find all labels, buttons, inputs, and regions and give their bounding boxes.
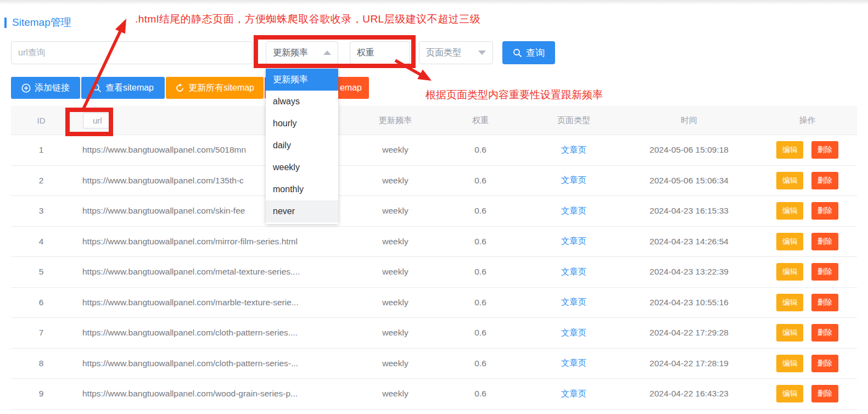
row-frequency: weekly: [357, 145, 434, 155]
delete-button[interactable]: 删除: [811, 324, 838, 342]
page-type-link[interactable]: 文章页: [561, 145, 587, 154]
row-time: 2024-05-06 15:09:18: [620, 145, 758, 155]
header-weight: 权重: [434, 115, 527, 126]
dropdown-item[interactable]: monthly: [266, 178, 338, 200]
edit-button[interactable]: 编辑: [776, 263, 803, 281]
row-weight: 0.6: [434, 359, 527, 368]
row-time: 2024-04-22 17:28:19: [620, 359, 758, 368]
table-row: 9 https://www.bangtuowallpanel.com/wood-…: [11, 379, 857, 410]
url-search-input[interactable]: url查询: [11, 41, 253, 64]
row-url: https://www.bangtuowallpanel.com/cloth-p…: [71, 328, 357, 338]
row-actions: 编辑 删除: [758, 172, 857, 189]
delete-button[interactable]: 删除: [811, 385, 838, 402]
add-link-button[interactable]: 添加链接: [11, 77, 80, 99]
page-type-link[interactable]: 文章页: [561, 358, 587, 367]
row-id: 2: [11, 176, 71, 186]
frequency-select-value: 更新频率: [273, 47, 308, 59]
row-actions: 编辑 删除: [758, 263, 857, 281]
search-icon: [513, 48, 522, 58]
edit-button[interactable]: 编辑: [776, 294, 803, 311]
dropdown-item[interactable]: hourly: [266, 113, 338, 135]
header-frequency: 更新频率: [357, 115, 434, 126]
title-accent-bar: [4, 18, 7, 28]
delete-button[interactable]: 删除: [811, 263, 838, 281]
frequency-select[interactable]: 更新频率: [266, 41, 338, 64]
row-actions: 编辑 删除: [758, 202, 857, 220]
page-type-select-value: 页面类型: [426, 47, 461, 59]
row-time: 2024-04-23 13:22:39: [620, 267, 758, 277]
dropdown-item[interactable]: always: [266, 91, 338, 113]
header-url-box: url: [83, 113, 112, 128]
delete-button[interactable]: 删除: [811, 172, 838, 189]
delete-button[interactable]: 删除: [811, 355, 838, 372]
delete-button[interactable]: 删除: [811, 141, 838, 159]
update-all-sitemap-button[interactable]: 更新所有sitemap: [166, 77, 264, 99]
row-page-type: 文章页: [527, 175, 620, 186]
edit-button[interactable]: 编辑: [776, 233, 803, 250]
header-page-type: 页面类型: [527, 115, 620, 126]
edit-button[interactable]: 编辑: [776, 385, 803, 402]
row-weight: 0.6: [434, 298, 527, 307]
covered-button-visible-label: emap: [340, 83, 362, 93]
dropdown-item[interactable]: never: [266, 200, 338, 222]
row-actions: 编辑 删除: [758, 324, 857, 342]
table-row: 6 https://www.bangtuowallpanel.com/marbl…: [11, 288, 857, 318]
row-url: https://www.bangtuowallpanel.com/marble-…: [71, 298, 357, 307]
weight-select[interactable]: 权重: [350, 41, 410, 64]
row-weight: 0.6: [434, 389, 527, 399]
row-weight: 0.6: [434, 328, 527, 338]
row-time: 2024-05-06 15:06:34: [620, 176, 758, 186]
table-row: 7 https://www.bangtuowallpanel.com/cloth…: [11, 318, 857, 349]
view-sitemap-button[interactable]: 查看sitemap: [81, 77, 165, 99]
page-type-link[interactable]: 文章页: [561, 328, 587, 337]
dropdown-item[interactable]: weekly: [266, 156, 338, 178]
page-type-link[interactable]: 文章页: [561, 267, 587, 276]
add-link-label: 添加链接: [35, 82, 70, 94]
search-button-label: 查询: [526, 47, 545, 59]
dropdown-item[interactable]: daily: [266, 135, 338, 156]
dropdown-item[interactable]: 更新频率: [266, 69, 338, 91]
search-button[interactable]: 查询: [502, 41, 555, 64]
table-body: 1 https://www.bangtuowallpanel.com/5018m…: [11, 135, 857, 410]
edit-button[interactable]: 编辑: [776, 141, 803, 159]
update-all-sitemap-label: 更新所有sitemap: [188, 82, 254, 94]
page-type-link[interactable]: 文章页: [561, 236, 587, 245]
row-actions: 编辑 删除: [758, 233, 857, 250]
row-frequency: weekly: [357, 298, 434, 307]
table-row: 3 https://www.bangtuowallpanel.com/skin-…: [11, 196, 857, 227]
row-url: https://www.bangtuowallpanel.com/cloth-p…: [71, 359, 357, 368]
row-page-type: 文章页: [527, 205, 620, 217]
header-time: 时间: [620, 115, 758, 126]
page-type-link[interactable]: 文章页: [561, 297, 587, 306]
delete-button[interactable]: 删除: [811, 233, 838, 250]
page-type-link[interactable]: 文章页: [561, 206, 587, 215]
frequency-dropdown: 更新频率alwayshourlydailyweeklymonthlynever: [266, 69, 338, 224]
table-row: 1 https://www.bangtuowallpanel.com/5018m…: [11, 135, 857, 166]
row-weight: 0.6: [434, 176, 527, 186]
row-page-type: 文章页: [527, 327, 620, 339]
edit-button[interactable]: 编辑: [776, 202, 803, 220]
sitemap-table: ID url 更新频率 权重 页面类型 时间 操作 1 https://www.…: [11, 106, 857, 410]
row-time: 2024-04-22 17:29:28: [620, 328, 758, 338]
top-shadow: [0, 0, 868, 4]
delete-button[interactable]: 删除: [811, 294, 838, 311]
row-actions: 编辑 删除: [758, 294, 857, 311]
row-url: https://www.bangtuowallpanel.com/mirror-…: [71, 237, 357, 247]
edit-button[interactable]: 编辑: [776, 172, 803, 189]
delete-button[interactable]: 删除: [811, 202, 838, 220]
plus-circle-icon: [21, 83, 31, 93]
page-type-link[interactable]: 文章页: [561, 389, 587, 398]
row-id: 1: [11, 145, 71, 155]
edit-button[interactable]: 编辑: [776, 324, 803, 342]
row-weight: 0.6: [434, 237, 527, 247]
page-type-select[interactable]: 页面类型: [419, 41, 493, 64]
page-type-link[interactable]: 文章页: [561, 175, 587, 184]
edit-button[interactable]: 编辑: [776, 355, 803, 372]
row-id: 3: [11, 206, 71, 216]
row-time: 2024-04-22 16:43:23: [620, 389, 758, 399]
row-weight: 0.6: [434, 145, 527, 155]
row-weight: 0.6: [434, 267, 527, 277]
page-title-block: Sitemap管理: [4, 15, 71, 30]
annotation-static-pages: .html结尾的静态页面，方便蜘蛛爬取谷歌收录，URL层级建议不超过三级: [135, 12, 480, 26]
row-frequency: weekly: [357, 359, 434, 368]
